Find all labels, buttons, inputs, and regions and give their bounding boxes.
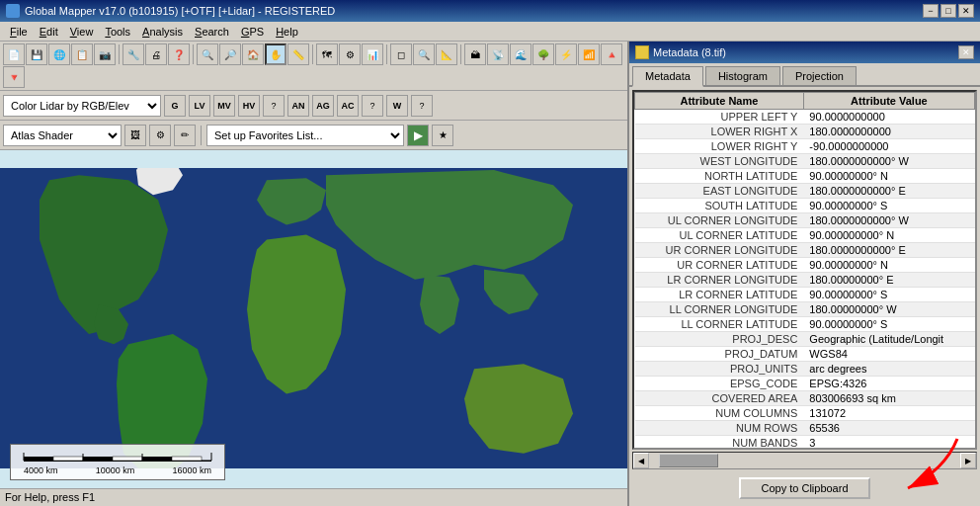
layer-info-button[interactable]: ? <box>263 95 285 117</box>
tab-metadata[interactable]: Metadata <box>632 66 703 87</box>
menu-gps[interactable]: GPS <box>235 25 270 39</box>
settings-button[interactable]: 🔧 <box>122 43 144 65</box>
open-web-button[interactable]: 🌐 <box>48 43 70 65</box>
metadata-close-button[interactable]: ✕ <box>958 45 974 59</box>
attr-name: UL CORNER LONGITUDE <box>635 213 804 228</box>
zoom-out-button[interactable]: 🔎 <box>219 43 241 65</box>
attr-value: 131072 <box>803 406 974 421</box>
hv-button[interactable]: HV <box>238 95 260 117</box>
attr-value: 180.0000000000° W <box>803 213 974 228</box>
menu-edit[interactable]: Edit <box>34 25 64 39</box>
lv-button[interactable]: LV <box>189 95 210 117</box>
attr-value: 803006693 sq km <box>803 391 974 406</box>
menu-help[interactable]: Help <box>270 25 304 39</box>
search-btn[interactable]: 🔍 <box>413 43 435 65</box>
print-button[interactable]: 🖨 <box>145 43 167 65</box>
menu-file[interactable]: File <box>4 25 34 39</box>
terrain-button[interactable]: 🏔 <box>464 43 486 65</box>
ruler-button[interactable]: 📐 <box>436 43 457 65</box>
ac-button[interactable]: AC <box>337 95 359 117</box>
window-controls: − □ ✕ <box>923 4 974 18</box>
copy-button[interactable]: 📋 <box>71 43 93 65</box>
favorite-star-btn[interactable]: ★ <box>432 125 453 146</box>
select-button[interactable]: ◻ <box>390 43 412 65</box>
ag-button[interactable]: AG <box>312 95 334 117</box>
measure-button[interactable]: 📏 <box>287 43 309 65</box>
water-button[interactable]: 🌊 <box>510 43 531 65</box>
trees-button[interactable]: 🌳 <box>532 43 554 65</box>
svg-rect-10 <box>24 461 211 462</box>
maximize-button[interactable]: □ <box>940 4 956 18</box>
table-row: LR CORNER LATITUDE90.00000000° S <box>635 288 975 302</box>
menu-analysis[interactable]: Analysis <box>136 25 189 39</box>
attr-name: NUM COLUMNS <box>635 406 804 421</box>
separator-3 <box>312 44 313 64</box>
menu-search[interactable]: Search <box>189 25 235 39</box>
map-area[interactable]: 4000 km 10000 km 16000 km <box>0 150 627 488</box>
save-button[interactable]: 💾 <box>26 43 47 65</box>
config-button[interactable]: ⚙ <box>339 43 361 65</box>
menu-view[interactable]: View <box>64 25 100 39</box>
scroll-left-button[interactable]: ◀ <box>633 453 649 468</box>
scroll-thumb[interactable] <box>659 454 718 467</box>
screenshot-button[interactable]: 📷 <box>94 43 116 65</box>
tab-projection[interactable]: Projection <box>782 66 857 85</box>
new-button[interactable]: 📄 <box>3 43 25 65</box>
table-row: LR CORNER LONGITUDE180.00000000° E <box>635 273 975 288</box>
power-button[interactable]: ⚡ <box>555 43 577 65</box>
attr-name: LOWER RIGHT X <box>635 125 804 139</box>
g-button[interactable]: G <box>164 95 186 117</box>
chart-button[interactable]: 📊 <box>362 43 383 65</box>
attr-name: NORTH LATITUDE <box>635 169 804 184</box>
pan-button[interactable]: ✋ <box>265 43 286 65</box>
table-row: SOUTH LATITUDE90.00000000° S <box>635 199 975 213</box>
zoom-in-button[interactable]: 🔍 <box>197 43 218 65</box>
table-row: PROJ_DATUMWGS84 <box>635 347 975 362</box>
attr-name: EAST LONGITUDE <box>635 184 804 199</box>
minimize-button[interactable]: − <box>923 4 939 18</box>
table-row: LOWER RIGHT X180.0000000000 <box>635 125 975 139</box>
separator-4 <box>386 44 387 64</box>
copy-to-clipboard-button[interactable]: Copy to Clipboard <box>739 477 869 499</box>
title-bar: Global Mapper v17.0 (b101915) [+OTF] [+L… <box>0 0 980 22</box>
shader-dropdown[interactable]: Atlas Shader <box>3 125 122 146</box>
help-button[interactable]: ❓ <box>168 43 190 65</box>
close-button[interactable]: ✕ <box>958 4 974 18</box>
attr-value: 90.000000000° N <box>803 228 974 243</box>
w-button[interactable]: W <box>386 95 408 117</box>
satellite-button[interactable]: 📡 <box>487 43 509 65</box>
favorites-dropdown[interactable]: Set up Favorites List... <box>206 125 404 146</box>
attr-value: 180.0000000000° W <box>803 154 974 169</box>
metadata-table-container[interactable]: Attribute Name Attribute Value UPPER LEF… <box>632 90 977 450</box>
menu-bar: File Edit View Tools Analysis Search GPS… <box>0 22 980 42</box>
layer-dropdown[interactable]: Color Lidar by RGB/Elev <box>3 95 161 117</box>
attr-name: UR CORNER LONGITUDE <box>635 243 804 258</box>
table-row: UPPER LEFT Y90.0000000000 <box>635 110 975 125</box>
tab-histogram[interactable]: Histogram <box>705 66 780 85</box>
attr-value: -90.0000000000 <box>803 139 974 154</box>
attr-value: EPSG:4326 <box>803 377 974 391</box>
play-button[interactable]: ▶ <box>407 125 429 146</box>
an-button[interactable]: AN <box>287 95 309 117</box>
mv-button[interactable]: MV <box>213 95 235 117</box>
scale-label-3: 16000 km <box>172 465 211 475</box>
zoom-fit-button[interactable]: 🏠 <box>242 43 264 65</box>
extra2-button[interactable]: ? <box>411 95 433 117</box>
attr-value: 90.0000000000 <box>803 110 974 125</box>
shader-config-btn[interactable]: ⚙ <box>149 125 171 146</box>
status-bar: For Help, press F1 <box>0 488 627 506</box>
signal-button[interactable]: 📶 <box>578 43 600 65</box>
attr-name: EPSG_CODE <box>635 377 804 391</box>
up-button[interactable]: 🔺 <box>601 43 622 65</box>
attr-value: 90.00000000° S <box>803 288 974 302</box>
shader-img-btn[interactable]: 🖼 <box>124 125 146 146</box>
attr-name: LL CORNER LATITUDE <box>635 317 804 332</box>
extra-button[interactable]: ? <box>362 95 383 117</box>
svg-rect-6 <box>83 457 113 461</box>
down-button[interactable]: 🔻 <box>3 66 25 88</box>
layers-button[interactable]: 🗺 <box>316 43 338 65</box>
menu-tools[interactable]: Tools <box>99 25 136 39</box>
table-row: COVERED AREA803006693 sq km <box>635 391 975 406</box>
metadata-panel: Metadata (8.tif) ✕ Metadata Histogram Pr… <box>627 42 980 506</box>
shader-edit-btn[interactable]: ✏ <box>174 125 196 146</box>
